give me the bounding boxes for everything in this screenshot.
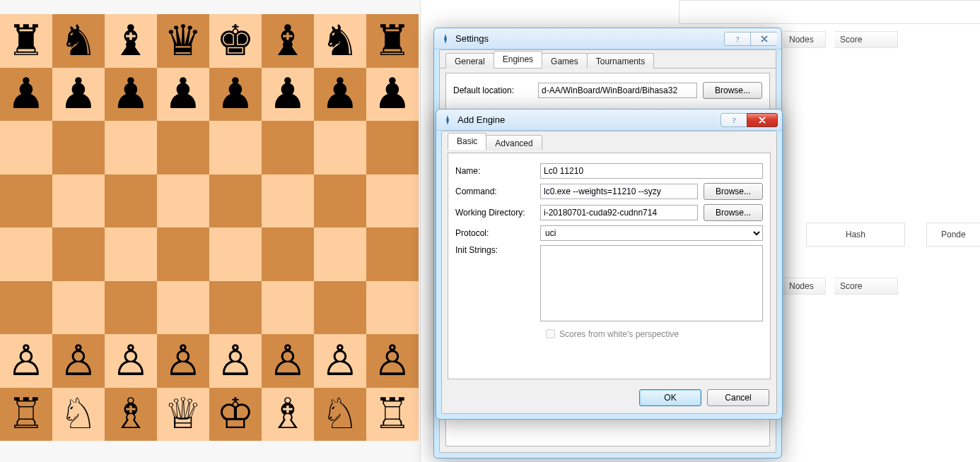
scores-white-checkbox[interactable] <box>546 329 555 338</box>
square-f8[interactable]: ♝ <box>262 14 314 68</box>
column-header-score[interactable]: Score <box>834 31 898 48</box>
square-c2[interactable]: ♙ <box>105 334 157 388</box>
column-header-nodes[interactable]: Nodes <box>783 31 826 48</box>
square-h4[interactable] <box>366 227 419 281</box>
square-e4[interactable] <box>209 227 262 281</box>
square-g4[interactable] <box>314 227 366 281</box>
name-input[interactable] <box>540 163 763 179</box>
close-button[interactable] <box>750 32 777 46</box>
square-b7[interactable]: ♟ <box>52 68 105 122</box>
square-h2[interactable]: ♙ <box>366 334 419 388</box>
workdir-input[interactable] <box>540 205 698 220</box>
default-location-input[interactable] <box>538 83 697 98</box>
square-a8[interactable]: ♜ <box>0 14 52 68</box>
square-h1[interactable]: ♖ <box>366 388 419 442</box>
square-d5[interactable] <box>157 174 209 228</box>
square-h8[interactable]: ♜ <box>366 14 419 68</box>
square-e3[interactable] <box>209 281 262 335</box>
column-header-nodes-2[interactable]: Nodes <box>783 278 826 295</box>
chessboard[interactable]: ♜♞♝♛♚♝♞♜♟♟♟♟♟♟♟♟♙♙♙♙♙♙♙♙♖♘♗♕♔♗♘♖ <box>0 14 419 441</box>
square-b4[interactable] <box>52 227 105 281</box>
square-c6[interactable] <box>105 121 157 174</box>
protocol-select[interactable]: uci <box>540 225 763 241</box>
square-c3[interactable] <box>105 281 157 335</box>
help-button[interactable]: ? <box>721 113 747 127</box>
square-c5[interactable] <box>105 174 157 228</box>
square-g8[interactable]: ♞ <box>314 14 366 68</box>
square-d6[interactable] <box>157 121 209 174</box>
square-c8[interactable]: ♝ <box>105 14 157 68</box>
square-c7[interactable]: ♟ <box>105 68 157 122</box>
square-f1[interactable]: ♗ <box>262 388 314 442</box>
square-a7[interactable]: ♟ <box>0 68 52 122</box>
square-h5[interactable] <box>366 174 419 228</box>
help-button[interactable]: ? <box>724 32 751 46</box>
square-g7[interactable]: ♟ <box>314 68 366 122</box>
white-king-icon: ♔ <box>216 393 255 435</box>
tab-basic[interactable]: Basic <box>448 133 486 150</box>
tab-general[interactable]: General <box>445 53 494 69</box>
square-f7[interactable]: ♟ <box>262 68 314 122</box>
square-d7[interactable]: ♟ <box>157 68 209 122</box>
square-f5[interactable] <box>262 174 314 228</box>
settings-titlebar[interactable]: Settings ? <box>434 28 781 49</box>
square-b8[interactable]: ♞ <box>52 14 105 68</box>
tab-games[interactable]: Games <box>542 53 588 69</box>
square-b5[interactable] <box>52 174 105 228</box>
initstrings-textarea[interactable] <box>540 245 763 321</box>
column-header-score-2[interactable]: Score <box>834 278 898 295</box>
square-h3[interactable] <box>366 281 419 335</box>
square-e1[interactable]: ♔ <box>209 388 262 442</box>
square-f4[interactable] <box>262 227 314 281</box>
square-e5[interactable] <box>209 174 262 228</box>
square-a3[interactable] <box>0 281 52 335</box>
square-d3[interactable] <box>157 281 209 335</box>
default-location-browse-button[interactable]: Browse... <box>703 82 762 99</box>
square-g6[interactable] <box>314 121 366 174</box>
column-header-ponder[interactable]: Ponde <box>926 223 980 247</box>
add-engine-titlebar[interactable]: Add Engine ? <box>436 109 782 131</box>
workdir-browse-button[interactable]: Browse... <box>704 204 763 221</box>
initstrings-label: Init Strings: <box>455 245 540 255</box>
square-f2[interactable]: ♙ <box>262 334 314 388</box>
scores-white-label: Scores from white's perspective <box>559 329 679 339</box>
tab-engines[interactable]: Engines <box>494 51 542 68</box>
square-b3[interactable] <box>52 281 105 335</box>
square-b2[interactable]: ♙ <box>52 334 105 388</box>
square-a2[interactable]: ♙ <box>0 334 52 388</box>
command-input[interactable] <box>540 184 698 199</box>
dialog-buttons: OK Cancel <box>634 389 769 406</box>
square-f3[interactable] <box>262 281 314 335</box>
square-d8[interactable]: ♛ <box>157 14 209 68</box>
square-d4[interactable] <box>157 227 209 281</box>
square-e7[interactable]: ♟ <box>209 68 262 122</box>
tab-advanced[interactable]: Advanced <box>486 135 542 150</box>
square-c1[interactable]: ♗ <box>105 388 157 442</box>
square-a5[interactable] <box>0 174 52 228</box>
square-g1[interactable]: ♘ <box>314 388 366 442</box>
square-c4[interactable] <box>105 227 157 281</box>
close-button[interactable] <box>747 113 778 127</box>
square-g3[interactable] <box>314 281 366 335</box>
tab-tournaments[interactable]: Tournaments <box>587 53 654 69</box>
square-a6[interactable] <box>0 121 52 174</box>
square-b1[interactable]: ♘ <box>52 388 105 442</box>
square-h6[interactable] <box>366 121 419 174</box>
square-d2[interactable]: ♙ <box>157 334 209 388</box>
ok-button[interactable]: OK <box>639 389 701 406</box>
command-browse-button[interactable]: Browse... <box>704 183 763 200</box>
square-b6[interactable] <box>52 121 105 174</box>
square-g5[interactable] <box>314 174 366 228</box>
square-g2[interactable]: ♙ <box>314 334 366 388</box>
square-e2[interactable]: ♙ <box>209 334 262 388</box>
square-h7[interactable]: ♟ <box>366 68 419 122</box>
column-header-hash[interactable]: Hash <box>806 223 905 247</box>
square-d1[interactable]: ♕ <box>157 388 209 442</box>
svg-marker-0 <box>444 34 447 44</box>
cancel-button[interactable]: Cancel <box>707 389 769 406</box>
square-e8[interactable]: ♚ <box>209 14 262 68</box>
square-a1[interactable]: ♖ <box>0 388 52 442</box>
square-e6[interactable] <box>209 121 262 174</box>
square-a4[interactable] <box>0 227 52 281</box>
square-f6[interactable] <box>262 121 314 174</box>
